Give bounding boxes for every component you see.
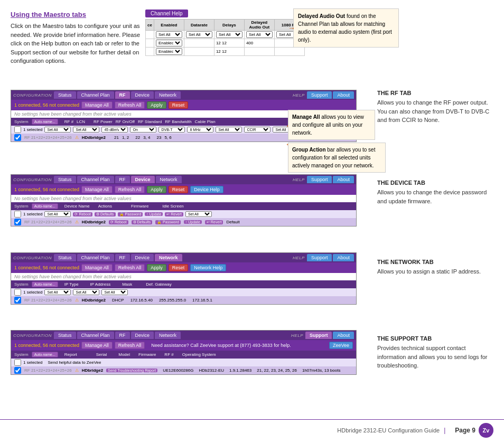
tab-network-support[interactable]: Network — [155, 332, 181, 339]
tab-network-rf[interactable]: Network — [155, 91, 181, 99]
device-row-defaults-1[interactable]: ⚙ Defaults — [132, 220, 153, 224]
network-set-all-1[interactable]: Set All — [44, 289, 71, 295]
device-tab-desc-container: THE DEVICE TAB Allows you to change the … — [377, 180, 493, 213]
network-reset-button[interactable]: Reset — [169, 264, 189, 271]
support-col-firmware: Firmware — [138, 352, 156, 357]
device-revert-btn[interactable]: ↩ Revert — [165, 212, 183, 216]
device-idle-select[interactable]: Set All — [185, 211, 212, 217]
network-select-all-checkbox[interactable] — [14, 289, 21, 296]
tab-status-network[interactable]: Status — [54, 254, 76, 261]
network-manage-all-button[interactable]: Manage All — [81, 264, 113, 271]
support-selected-label: 1 selected — [23, 360, 42, 365]
device-reboot-btn[interactable]: ⟳ Reboot — [73, 212, 92, 216]
tab-support-rf[interactable]: Support — [307, 91, 332, 99]
support-system-row: System Auto-name... Report Serial Model … — [11, 351, 356, 359]
network-col-ip: IP Address — [90, 282, 111, 287]
device-row-password-1[interactable]: 🔒 Password — [155, 220, 181, 224]
network-refresh-all-button[interactable]: Refresh All — [115, 264, 145, 271]
device-tab-desc-text: Allows you to change the device password… — [377, 188, 493, 205]
rf-reset-button[interactable]: Reset — [169, 101, 189, 109]
support-zeevee-button[interactable]: ZeeVee — [329, 342, 353, 349]
tab-status-rf[interactable]: Status — [54, 91, 76, 99]
support-device-checkbox-1[interactable] — [14, 367, 21, 374]
support-refresh-all-button[interactable]: Refresh All — [115, 342, 145, 349]
tab-status-support[interactable]: Status — [54, 332, 76, 339]
device-set-all-select[interactable]: Set All — [44, 211, 71, 217]
device-defaults-btn[interactable]: ⚙ Defaults — [95, 212, 116, 216]
rf-lcn-1: 1, 2 — [122, 135, 129, 140]
tab-support-device[interactable]: Support — [307, 176, 332, 183]
tab-device[interactable]: Device — [131, 176, 155, 183]
rf-cable-select[interactable]: Set All — [216, 127, 242, 133]
network-col-gateway: Def. Gateway — [146, 282, 171, 287]
tab-device-network[interactable]: Device — [131, 254, 154, 261]
rf-refresh-all-button[interactable]: Refresh All — [115, 101, 145, 109]
device-reset-button[interactable]: Reset — [169, 186, 189, 193]
tab-channel-plan-device[interactable]: Channel Plan — [77, 176, 114, 183]
tab-rf-network[interactable]: RF — [115, 254, 130, 261]
tab-support[interactable]: Support — [305, 332, 332, 339]
tab-about-rf[interactable]: About — [333, 91, 354, 99]
channel-help-header[interactable]: Channel Help — [145, 10, 188, 17]
network-apply-button[interactable]: Apply — [147, 264, 166, 271]
tab-rf[interactable]: RF — [115, 91, 130, 99]
tab-device-rf[interactable]: Device — [131, 91, 154, 99]
rf-bandwidth-select[interactable]: 8 MHz — [187, 127, 213, 133]
support-auto-name-button[interactable]: Auto-name... — [32, 352, 58, 357]
device-apply-button[interactable]: Apply — [147, 186, 166, 193]
rf-col-cable: Cable Plan — [195, 119, 216, 124]
tab-network-device[interactable]: Network — [156, 176, 182, 183]
network-help-button[interactable]: Network Help — [190, 264, 226, 271]
rf-set-all-1[interactable]: Set All — [44, 127, 71, 133]
network-auto-name-button[interactable]: Auto-name... — [32, 281, 58, 287]
tab-device-support[interactable]: Device — [131, 332, 154, 339]
network-col-iptype: IP Type — [64, 282, 79, 287]
tab-rf-device[interactable]: RF — [115, 176, 130, 183]
tab-about-support[interactable]: About — [333, 332, 354, 339]
device-update-btn[interactable]: ↑ Update — [145, 212, 163, 216]
tab-channel-plan-rf[interactable]: Channel Plan — [77, 91, 114, 99]
device-select-all-checkbox[interactable] — [14, 211, 21, 218]
support-tab-panel: CONFIGURATION Status Channel Plan RF Dev… — [11, 330, 357, 375]
device-row-update-1[interactable]: ↑ Update — [184, 220, 202, 224]
rf-device-id-1: RF 21+22+23+24+25+26 — [24, 135, 72, 140]
tab-support-network[interactable]: Support — [307, 254, 332, 261]
rf-rf-num-1: 21 — [114, 135, 119, 140]
rf-onoff-select[interactable]: On — [130, 127, 156, 133]
support-select-all-checkbox[interactable] — [14, 359, 21, 366]
rf-auto-name-button[interactable]: Auto-name... — [32, 119, 58, 125]
rf-select-all-checkbox[interactable] — [14, 126, 21, 133]
tab-status-device[interactable]: Status — [54, 176, 76, 183]
tab-network[interactable]: Network — [155, 254, 182, 261]
network-device-checkbox-1[interactable] — [14, 297, 21, 304]
device-manage-all-button[interactable]: Manage All — [81, 186, 113, 193]
tab-channel-plan-support[interactable]: Channel Plan — [77, 332, 114, 339]
network-set-all-3[interactable]: Set All — [101, 289, 128, 295]
rf-set-all-2[interactable]: Set All — [73, 127, 99, 133]
tab-about-device[interactable]: About — [333, 176, 354, 183]
help-label-rf: HELP — [293, 93, 305, 98]
support-tab-bar: CONFIGURATION Status Channel Plan RF Dev… — [11, 331, 356, 340]
device-row-reboot-1[interactable]: ⟳ Reboot — [109, 220, 128, 224]
device-password-btn[interactable]: 🔒 Password — [118, 212, 143, 216]
device-row-checkbox-1[interactable] — [14, 219, 21, 225]
arrow-delayed-audio: → — [288, 24, 295, 32]
rf-standard-select[interactable]: DVB-T — [158, 127, 185, 133]
support-col-serial: Serial — [96, 352, 107, 357]
support-send-troubleshooting-button[interactable]: Send Troubleshooting Report — [106, 369, 157, 372]
support-tab-desc-container: THE SUPPORT TAB Provides technical suppo… — [377, 335, 493, 378]
rf-manage-all-button[interactable]: Manage All — [81, 101, 113, 109]
tab-about-network[interactable]: About — [333, 254, 354, 261]
rf-power-select[interactable]: 45 dBmV — [101, 127, 128, 133]
rf-ccir-select[interactable]: CCIR — [244, 127, 270, 133]
device-help-button[interactable]: Device Help — [190, 186, 223, 193]
tab-rf-support[interactable]: RF — [115, 332, 130, 339]
network-set-all-2[interactable]: Set All — [73, 289, 99, 295]
rf-apply-button[interactable]: Apply — [147, 101, 166, 109]
device-row-revert-1[interactable]: ↩ Revert — [205, 220, 223, 224]
rf-device-checkbox-1[interactable] — [14, 134, 21, 141]
device-auto-name-button[interactable]: Auto-name... — [32, 203, 58, 209]
tab-channel-plan-network[interactable]: Channel Plan — [77, 254, 114, 261]
device-refresh-all-button[interactable]: Refresh All — [115, 186, 145, 193]
support-manage-all-button[interactable]: Manage All — [81, 342, 113, 349]
